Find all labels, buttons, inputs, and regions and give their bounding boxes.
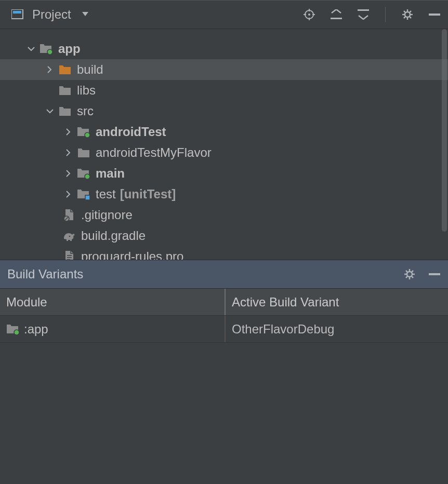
folder-icon <box>57 62 73 77</box>
tree-item-androidtestmyflavor[interactable]: androidTestMyFlavor <box>0 142 448 163</box>
tree-label: build.gradle <box>81 228 146 243</box>
hide-panel-button[interactable] <box>426 6 443 23</box>
separator <box>385 7 386 22</box>
folder-icon <box>76 145 91 160</box>
tree-item-main[interactable]: main <box>0 163 448 184</box>
folder-icon <box>57 103 73 119</box>
tree-label: main <box>96 166 125 181</box>
settings-button[interactable] <box>399 6 416 23</box>
tree-item-buildgradle[interactable]: build.gradle <box>0 225 448 246</box>
tree-item-libs[interactable]: libs <box>0 80 448 101</box>
tree-item-src[interactable]: src <box>0 101 448 122</box>
table-header-row: Module Active Build Variant <box>0 289 448 316</box>
test-folder-icon <box>76 186 91 202</box>
tree-item-build[interactable]: build <box>0 59 448 80</box>
tree-label: test <box>96 187 116 201</box>
build-variants-panel: Module Active Build Variant :app OtherFl… <box>0 289 448 484</box>
tree-item-test[interactable]: test [unitTest] <box>0 184 448 205</box>
module-folder-icon <box>76 124 91 140</box>
tree-label: androidTestMyFlavor <box>96 145 212 160</box>
project-panel-header: Project <box>0 0 448 29</box>
chevron-right-icon[interactable] <box>61 166 76 181</box>
project-tree[interactable]: .idea app build libs src androidTest and… <box>0 29 448 260</box>
select-opened-file-button[interactable] <box>301 6 318 23</box>
module-folder-icon <box>38 41 54 57</box>
chevron-down-icon[interactable] <box>43 104 57 118</box>
collapse-all-button[interactable] <box>355 6 372 23</box>
column-header-module[interactable]: Module <box>0 289 225 315</box>
module-cell[interactable]: :app <box>0 316 225 342</box>
module-name: :app <box>24 322 48 337</box>
project-view-icon <box>9 6 26 23</box>
table-row[interactable]: :app OtherFlavorDebug <box>0 316 448 343</box>
file-ignore-icon <box>61 207 77 223</box>
chevron-right-icon[interactable] <box>61 187 76 201</box>
module-folder-icon <box>76 166 91 181</box>
panel-title: Project <box>32 7 71 22</box>
folder-icon <box>57 83 73 98</box>
gradle-icon <box>61 228 77 244</box>
tree-label: libs <box>77 83 96 98</box>
tree-item-app[interactable]: app <box>0 38 448 59</box>
module-folder-icon <box>6 323 20 335</box>
tree-label: androidTest <box>96 125 166 139</box>
settings-button[interactable] <box>401 266 418 283</box>
hide-panel-button[interactable] <box>426 266 443 283</box>
tree-item-proguard[interactable]: proguard-rules.pro <box>0 246 448 260</box>
chevron-right-icon[interactable] <box>61 145 76 160</box>
tree-item-androidtest[interactable]: androidTest <box>0 122 448 142</box>
tree-label: src <box>77 104 94 118</box>
project-view-selector[interactable]: Project <box>9 6 301 23</box>
file-icon <box>61 249 77 260</box>
expand-all-button[interactable] <box>328 6 345 23</box>
tree-label: app <box>58 42 81 56</box>
tree-item-gitignore[interactable]: .gitignore <box>0 205 448 225</box>
chevron-down-icon[interactable] <box>24 42 38 56</box>
scrollbar-thumb[interactable] <box>442 29 447 232</box>
chevron-right-icon[interactable] <box>61 125 76 139</box>
dropdown-icon <box>77 6 94 23</box>
scrollbar[interactable] <box>441 29 448 260</box>
panel-title: Build Variants <box>7 267 401 281</box>
variant-cell[interactable]: OtherFlavorDebug <box>225 316 448 342</box>
column-header-variant[interactable]: Active Build Variant <box>225 289 448 315</box>
tree-label: .gitignore <box>81 208 133 222</box>
build-variants-header: Build Variants <box>0 260 448 289</box>
tree-label: build <box>77 62 103 77</box>
tree-label: proguard-rules.pro <box>81 249 183 260</box>
chevron-right-icon[interactable] <box>43 62 57 77</box>
tree-suffix: [unitTest] <box>120 187 176 201</box>
build-variants-table: Module Active Build Variant :app OtherFl… <box>0 289 448 343</box>
